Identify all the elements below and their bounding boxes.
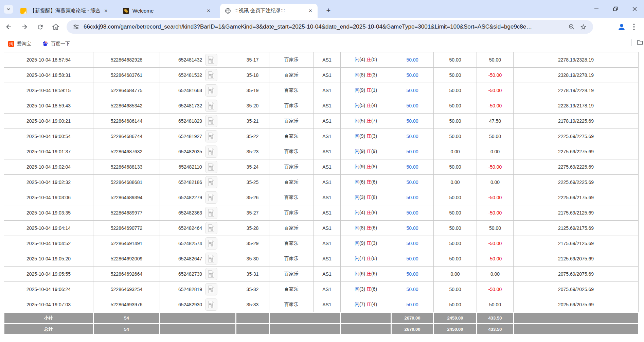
browser-menu-button[interactable] xyxy=(629,22,639,32)
tab-separator xyxy=(116,7,116,14)
cell-valid-amount: 50.00 xyxy=(434,159,477,175)
restore-icon xyxy=(613,6,618,12)
cell-bet-amount: 50.00 xyxy=(391,175,434,190)
globe-icon xyxy=(225,8,231,14)
tab-close-icon[interactable]: × xyxy=(307,7,314,15)
cell-balance: 2225.69/2175.69 xyxy=(514,190,639,205)
video-record-icon xyxy=(208,255,215,263)
bookmark-star-icon[interactable] xyxy=(577,21,589,33)
cell-bet-time: 2025-10-04 19:05:20 xyxy=(4,251,93,267)
cell-valid-amount: 50.00 xyxy=(434,129,477,144)
bet-record-row: 2025-10-04 19:03:06522864689394652482279… xyxy=(4,190,639,205)
cell-bet-amount: 50.00 xyxy=(391,282,434,297)
cell-bet-content: 闲(9) 庄(8) xyxy=(341,159,391,175)
cell-table-name: AS1 xyxy=(314,68,341,83)
refresh-button[interactable] xyxy=(33,20,47,34)
subtotal-row: 小计 54 2670.00 2450.00 433.50 xyxy=(4,312,639,324)
tab-welcome[interactable]: Welcome × xyxy=(118,4,216,18)
cell-bet-id: 522864685342 xyxy=(93,98,160,114)
video-record-button[interactable] xyxy=(205,130,217,142)
cell-valid-amount: 50.00 xyxy=(434,114,477,129)
cell-game-number: 652481927 xyxy=(160,129,236,144)
video-record-button[interactable] xyxy=(205,54,217,66)
bookmark-baidu[interactable]: 百度一下 xyxy=(39,39,73,48)
bet-record-row: 2025-10-04 18:57:54522864682928652481432… xyxy=(4,52,639,68)
cell-winloss: -50.00 xyxy=(477,282,514,297)
video-record-button[interactable] xyxy=(205,268,217,280)
address-bar[interactable]: 66cxkj98.com/game/betrecord_search/kind3… xyxy=(67,20,593,34)
cell-bet-amount: 50.00 xyxy=(391,251,434,267)
cell-bet-time: 2025-10-04 18:59:43 xyxy=(4,98,93,114)
home-icon xyxy=(52,23,59,31)
cell-winloss: 0.00 xyxy=(477,175,514,190)
total-winloss: 433.50 xyxy=(477,324,514,335)
forward-button[interactable] xyxy=(18,20,31,34)
cell-balance: 2275.69/2225.69 xyxy=(514,159,639,175)
home-button[interactable] xyxy=(49,20,62,34)
cell-game-name: 百家乐 xyxy=(269,205,314,221)
video-record-button[interactable] xyxy=(205,222,217,234)
cell-valid-amount: 0.00 xyxy=(434,267,477,282)
cell-valid-amount: 50.00 xyxy=(434,282,477,297)
cell-round: 35-26 xyxy=(236,190,269,205)
cell-balance: 2225.69/2225.69 xyxy=(514,175,639,190)
subtotal-label: 小计 xyxy=(4,312,93,324)
video-record-button[interactable] xyxy=(205,298,217,311)
video-record-button[interactable] xyxy=(205,115,217,127)
cell-bet-content: 闲(5) 庄(7) xyxy=(341,114,391,129)
video-record-icon xyxy=(208,117,215,125)
cell-bet-content: 闲(8) 庄(6) xyxy=(341,221,391,236)
profile-avatar[interactable] xyxy=(617,22,626,32)
back-button[interactable] xyxy=(2,20,16,34)
cell-bet-content: 闲(4) 庄(0) xyxy=(341,52,391,68)
video-record-button[interactable] xyxy=(205,100,217,112)
bet-record-row: 2025-10-04 19:07:03522864693976652482930… xyxy=(4,297,639,312)
bet-record-row: 2025-10-04 19:06:24522864693254652482819… xyxy=(4,282,639,297)
video-record-icon xyxy=(208,224,215,232)
bet-records-table: 2025-10-04 18:57:54522864682928652481432… xyxy=(3,52,639,335)
video-record-button[interactable] xyxy=(205,146,217,158)
bet-record-row: 2025-10-04 19:05:55522864692664652482739… xyxy=(4,267,639,282)
zoom-indicator-icon[interactable] xyxy=(566,21,577,33)
cell-table-name: AS1 xyxy=(314,52,341,68)
cell-bet-amount: 50.00 xyxy=(391,190,434,205)
video-record-button[interactable] xyxy=(205,161,217,173)
cell-winloss: 50.00 xyxy=(477,129,514,144)
video-record-icon xyxy=(208,86,215,95)
tab-close-icon[interactable]: × xyxy=(102,7,110,15)
video-record-button[interactable] xyxy=(205,69,217,81)
cell-bet-id: 522864686744 xyxy=(93,129,160,144)
cell-bet-time: 2025-10-04 19:01:37 xyxy=(4,144,93,159)
close-window-button[interactable] xyxy=(625,0,644,18)
forward-arrow-icon xyxy=(21,23,28,31)
video-record-button[interactable] xyxy=(205,176,217,188)
bet-record-row: 2025-10-04 19:02:04522864688133652482110… xyxy=(4,159,639,175)
video-record-button[interactable] xyxy=(205,283,217,295)
tab-forum[interactable]: 【新提醒】海燕策略论坛 - 综合 × xyxy=(16,4,113,18)
tab-close-icon[interactable]: × xyxy=(205,7,212,15)
tab-bet-records[interactable]: :::视讯 会员下注纪录::: × xyxy=(220,4,318,18)
cell-bet-amount: 50.00 xyxy=(391,83,434,98)
video-record-button[interactable] xyxy=(205,191,217,204)
bookmark-taobao[interactable]: 淘 爱淘宝 xyxy=(5,39,34,48)
all-bookmarks[interactable]: 所有书签 xyxy=(631,39,644,46)
cell-valid-amount: 50.00 xyxy=(434,83,477,98)
cell-table-name: AS1 xyxy=(314,98,341,114)
cell-bet-content: 闲(9) 庄(9) xyxy=(341,144,391,159)
minimize-button[interactable] xyxy=(587,0,606,18)
cell-valid-amount: 0.00 xyxy=(434,144,477,159)
new-tab-button[interactable]: + xyxy=(323,5,334,16)
tab-list-chevron-button[interactable] xyxy=(4,5,13,14)
video-record-icon xyxy=(208,301,215,309)
forum-favicon-icon xyxy=(20,8,26,14)
video-record-button[interactable] xyxy=(205,237,217,250)
video-record-button[interactable] xyxy=(205,84,217,97)
cell-bet-content: 闲(3) 庄(6) xyxy=(341,282,391,297)
video-record-button[interactable] xyxy=(205,253,217,265)
video-record-button[interactable] xyxy=(205,207,217,219)
bet-record-row: 2025-10-04 19:04:14522864690772652482464… xyxy=(4,221,639,236)
restore-button[interactable] xyxy=(606,0,625,18)
site-controls-icon[interactable] xyxy=(71,21,81,33)
cell-game-number: 652481432 xyxy=(160,52,236,68)
browser-window: 【新提醒】海燕策略论坛 - 综合 × Welcome × :::视讯 会员下注纪… xyxy=(0,0,644,342)
